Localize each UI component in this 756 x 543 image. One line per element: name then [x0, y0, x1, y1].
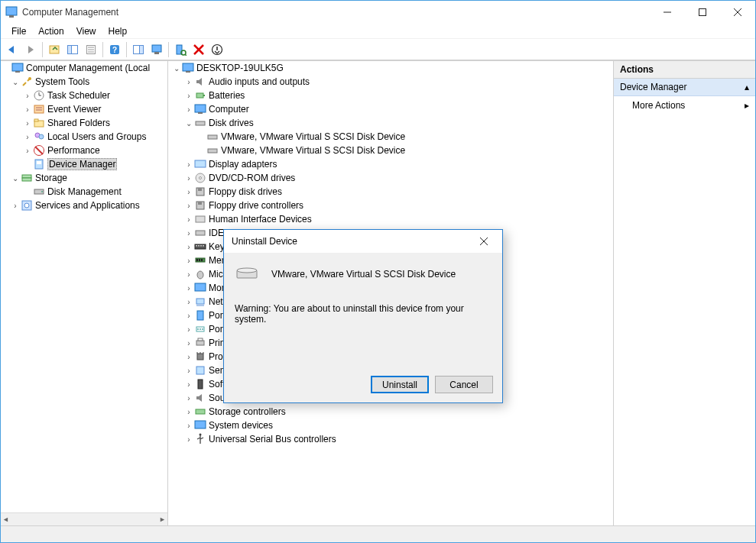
expander-icon[interactable]: ›	[183, 284, 194, 293]
device-manager-icon	[33, 158, 45, 170]
menu-file[interactable]: File	[7, 25, 31, 37]
uninstall-button[interactable]	[190, 41, 207, 58]
expander-icon[interactable]: ›	[183, 202, 194, 210]
tree-usb[interactable]: Universal Serial Bus controllers	[209, 434, 336, 444]
expander-icon[interactable]: ⌄	[10, 174, 21, 183]
scan-hardware-button[interactable]	[172, 41, 189, 58]
expander-icon[interactable]: ›	[183, 270, 194, 279]
expander-icon[interactable]: ›	[183, 312, 194, 320]
svg-point-98	[237, 268, 257, 273]
tree-storage-ctrl[interactable]: Storage controllers	[209, 406, 286, 417]
svg-rect-43	[22, 178, 31, 181]
expander-icon[interactable]: ›	[10, 202, 21, 210]
tree-floppy-ctrl[interactable]: Floppy drive controllers	[209, 200, 303, 211]
tree-hid[interactable]: Human Interface Devices	[209, 214, 312, 225]
expander-icon[interactable]: ›	[183, 243, 194, 251]
tree-system-dev[interactable]: System devices	[209, 420, 273, 431]
expander-icon[interactable]: ›	[183, 92, 194, 100]
expander-icon[interactable]: ›	[183, 229, 194, 238]
tree-root[interactable]: Computer Management (Local	[26, 63, 150, 73]
monitor-button[interactable]	[148, 41, 165, 58]
expander-icon[interactable]: ›	[183, 257, 194, 265]
expander-icon[interactable]: ⌄	[171, 64, 182, 73]
svg-rect-56	[208, 149, 217, 153]
tree-desktop[interactable]: DESKTOP-19ULK5G	[196, 63, 284, 73]
expander-icon[interactable]: ›	[183, 435, 194, 444]
tree-storage[interactable]: Storage	[35, 173, 67, 183]
expander-icon[interactable]: ›	[183, 215, 194, 224]
expander-icon[interactable]: ⌄	[10, 78, 21, 86]
expander-icon[interactable]: ›	[22, 119, 33, 128]
cancel-button[interactable]: Cancel	[435, 376, 493, 393]
left-horizontal-scrollbar[interactable]: ◄►	[1, 512, 167, 525]
expander-icon[interactable]: ›	[183, 325, 194, 334]
window-title: Computer Management	[22, 7, 118, 18]
tree-shared-folders[interactable]: Shared Folders	[47, 118, 110, 128]
expander-icon[interactable]: ›	[22, 147, 33, 155]
show-hide-tree-button[interactable]	[64, 41, 81, 58]
actions-section[interactable]: Device Manager ▴	[614, 79, 755, 96]
app-icon	[5, 6, 18, 18]
menu-action[interactable]: Action	[34, 25, 68, 37]
expander-icon[interactable]: ›	[183, 394, 194, 402]
tree-display[interactable]: Display adapters	[209, 159, 277, 170]
expander-icon[interactable]: ›	[183, 188, 194, 196]
tree-floppy-drives[interactable]: Floppy disk drives	[209, 186, 282, 197]
expander-icon[interactable]: ›	[183, 422, 194, 430]
tree-disk-item[interactable]: VMware, VMware Virtual S SCSI Disk Devic…	[221, 131, 405, 142]
tree-computer[interactable]: Computer	[209, 104, 249, 115]
tree-dvd[interactable]: DVD/CD-ROM drives	[209, 173, 295, 183]
tree-system-tools[interactable]: System Tools	[35, 76, 89, 87]
tree-batteries[interactable]: Batteries	[209, 90, 245, 101]
forward-button[interactable]	[22, 41, 39, 58]
dialog-close-button[interactable]	[467, 231, 501, 252]
expander-icon[interactable]: ›	[183, 298, 194, 306]
battery-icon	[194, 89, 206, 102]
enable-device-button[interactable]	[209, 41, 226, 58]
expander-icon[interactable]: ›	[183, 78, 194, 86]
tree-task-scheduler[interactable]: Task Scheduler	[47, 90, 110, 101]
expander-icon[interactable]: ›	[183, 367, 194, 375]
svg-point-75	[197, 271, 203, 279]
tree-disk-management[interactable]: Disk Management	[47, 186, 122, 197]
expander-icon[interactable]: ›	[22, 133, 33, 141]
maximize-button[interactable]	[685, 1, 720, 24]
minimize-button[interactable]	[650, 1, 685, 24]
help-button[interactable]: ?	[106, 41, 123, 58]
up-button[interactable]	[46, 41, 63, 58]
svg-point-83	[202, 328, 203, 330]
tree-device-manager[interactable]: Device Manager	[47, 158, 117, 170]
expander-icon[interactable]: ›	[183, 174, 194, 183]
expander-icon[interactable]: ›	[22, 105, 33, 114]
tree-event-viewer[interactable]: Event Viewer	[47, 104, 101, 115]
expander-icon[interactable]: ›	[183, 339, 194, 347]
tree-performance[interactable]: Performance	[47, 145, 100, 156]
view-panel-button[interactable]	[130, 41, 147, 58]
svg-rect-55	[208, 135, 217, 139]
tree-audio[interactable]: Audio inputs and outputs	[209, 76, 310, 87]
tree-disk-drives[interactable]: Disk drives	[209, 118, 254, 128]
properties-button[interactable]	[83, 41, 99, 58]
expander-icon[interactable]: ›	[22, 92, 33, 100]
actions-more[interactable]: More Actions ▸	[614, 96, 755, 115]
expander-icon[interactable]: ›	[183, 380, 194, 389]
expander-icon[interactable]: ›	[183, 408, 194, 416]
back-button[interactable]	[4, 41, 21, 58]
expander-icon[interactable]: ›	[183, 105, 194, 114]
expander-icon[interactable]: ›	[183, 160, 194, 169]
tree-services-apps[interactable]: Services and Applications	[35, 200, 140, 211]
svg-rect-74	[201, 259, 203, 261]
uninstall-button[interactable]: Uninstall	[371, 376, 429, 393]
svg-rect-77	[196, 299, 204, 304]
left-tree-pane[interactable]: ▸ Computer Management (Local ⌄ System To…	[1, 61, 168, 525]
menu-view[interactable]: View	[72, 25, 101, 37]
svg-rect-57	[195, 160, 206, 167]
tree-local-users[interactable]: Local Users and Groups	[47, 131, 146, 142]
menu-help[interactable]: Help	[104, 25, 132, 37]
clock-icon	[33, 89, 45, 102]
expander-icon[interactable]: ⌄	[183, 119, 194, 128]
svg-rect-18	[154, 52, 159, 54]
expander-icon[interactable]: ›	[183, 353, 194, 361]
close-button[interactable]	[720, 1, 755, 24]
tree-disk-item[interactable]: VMware, VMware Virtual S SCSI Disk Devic…	[221, 145, 405, 156]
